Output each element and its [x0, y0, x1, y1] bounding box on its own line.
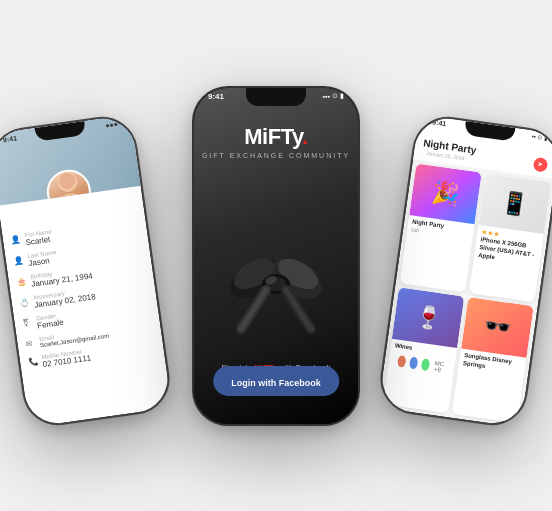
screen-right: 9:41 ▪▪ ⊙ ▮ Night Party January 25, 2018…: [378, 114, 552, 427]
status-icons-center: ▪▪▪ ⊙ ▮: [323, 92, 344, 100]
card-iphone-image: 📱: [479, 173, 552, 234]
facebook-login-label: Login with Facebook: [231, 378, 321, 388]
status-icons-right: ▪▪ ⊙ ▮: [531, 132, 547, 141]
avatar-1: [396, 353, 408, 368]
signal-icon: ▪▪▪: [323, 93, 330, 100]
gift-bow: [216, 244, 336, 344]
battery-icon: ▮: [340, 92, 344, 100]
wifi-icon: ⊙: [332, 92, 338, 100]
app-dot: .: [302, 124, 308, 149]
facebook-login-button[interactable]: Login with Facebook: [213, 366, 339, 396]
phone-center: 9:41 ▪▪▪ ⊙ ▮ MiFTy. GIFT EXCHANGE COMMUN…: [192, 86, 360, 426]
card-sunglasses[interactable]: 🕶️ Sunglass Disney Springs: [452, 297, 534, 423]
card-party-image: 🎉: [409, 163, 482, 224]
app-logo: MiFTy.: [244, 126, 307, 148]
time-center: 9:41: [208, 92, 224, 101]
app-tagline: GIFT EXCHANGE COMMUNITY: [202, 152, 350, 159]
gender-icon: ⚧: [22, 318, 33, 328]
phone-icon: 📞: [28, 356, 39, 366]
center-content: MiFTy. GIFT EXCHANGE COMMUNITY: [194, 126, 358, 159]
send-icon: ➤: [537, 160, 544, 169]
time-left: 9:41: [3, 134, 18, 143]
card-party[interactable]: 🎉 Night Party Gift: [400, 163, 482, 292]
screen-center: 9:41 ▪▪▪ ⊙ ▮ MiFTy. GIFT EXCHANGE COMMUN…: [194, 88, 358, 424]
avatar-count: MC +8: [434, 360, 447, 374]
card-sunglasses-image: 🕶️: [461, 297, 534, 358]
svg-point-1: [53, 191, 88, 205]
phones-container: 9:41 ●●● 👤: [16, 11, 536, 501]
app-name: MiFTy: [244, 124, 302, 149]
status-icons-left: ●●●: [105, 120, 119, 129]
phone-right: 9:41 ▪▪ ⊙ ▮ Night Party January 25, 2018…: [376, 112, 552, 430]
card-iphone[interactable]: 📱 ★★★ iPhone X 256GB Silver (USA) AT&T -…: [469, 173, 551, 302]
card-sunglasses-title: Sunglass Disney Springs: [462, 352, 522, 376]
birthday-icon: 🎂: [16, 276, 27, 286]
phone-left: 9:41 ●●● 👤: [0, 112, 174, 430]
avatar-2: [408, 355, 420, 370]
person2-icon: 👤: [13, 255, 24, 265]
anniversary-icon: 💍: [19, 297, 30, 307]
card-wine-image: 🍷: [392, 287, 465, 348]
person-icon: 👤: [10, 234, 21, 244]
time-right: 9:41: [432, 118, 447, 127]
cards-grid: 🎉 Night Party Gift 📱 ★★★ iPhone X 256GB …: [378, 158, 552, 427]
profile-fields: 👤 Fist Name Scarlet 👤 Last Name Jason 🎂: [2, 211, 172, 427]
card-wine[interactable]: 🍷 Wines MC +8: [383, 287, 465, 413]
avatar-3: [420, 357, 432, 372]
notch-center: [246, 88, 306, 106]
screen-left: 9:41 ●●● 👤: [0, 114, 172, 427]
email-icon: ✉: [25, 338, 36, 348]
